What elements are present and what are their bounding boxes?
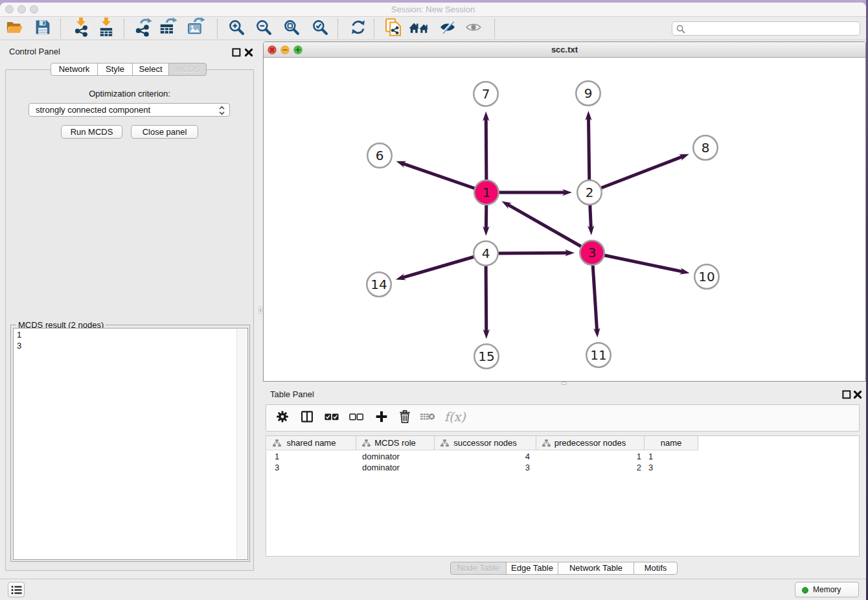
show-graphics-details-icon[interactable] xyxy=(466,22,481,34)
graph-edge-3-10[interactable] xyxy=(592,253,690,275)
app-titlebar: Session: New Session xyxy=(0,3,866,17)
save-session-icon[interactable] xyxy=(34,19,51,38)
column-header-successor-nodes[interactable]: successor nodes xyxy=(435,436,536,450)
criterion-select[interactable]: strongly connected component xyxy=(29,103,230,117)
toolbar-separator xyxy=(124,19,124,38)
unselect-all-icon[interactable] xyxy=(349,412,363,424)
import-network-icon[interactable] xyxy=(73,17,89,40)
graph-node-8[interactable]: 8 xyxy=(693,135,718,160)
graph-node-15[interactable]: 15 xyxy=(474,344,499,369)
search-icon xyxy=(676,25,685,34)
svg-text:3: 3 xyxy=(588,245,597,260)
optimization-criterion-label: Optimization criterion: xyxy=(6,89,253,98)
graph-node-11[interactable]: 11 xyxy=(586,343,611,367)
graph-edge-3-1[interactable] xyxy=(501,201,592,253)
table-tab-motifs[interactable]: Motifs xyxy=(634,562,678,575)
function-builder-button[interactable]: f(x) xyxy=(444,410,466,424)
first-neighbors-icon[interactable] xyxy=(409,20,429,37)
control-tab-network[interactable]: Network xyxy=(51,63,98,76)
toolbar-separator xyxy=(337,19,338,38)
graph-edge-2-8[interactable] xyxy=(589,154,689,192)
graph-edge-1-6[interactable] xyxy=(396,161,486,192)
float-panel-icon[interactable] xyxy=(232,48,241,57)
cell-predecessor_nodes: 1 xyxy=(536,451,641,462)
cell-predecessor_nodes: 2 xyxy=(536,462,641,473)
zoom-fit-icon[interactable] xyxy=(283,19,300,38)
close-panel-button[interactable]: Close panel xyxy=(131,125,198,139)
cell-shared_name: 3 xyxy=(275,462,279,473)
close-table-panel-icon[interactable] xyxy=(853,390,862,399)
table-settings-icon[interactable] xyxy=(277,411,289,426)
graph-node-9[interactable]: 9 xyxy=(576,81,600,106)
select-all-icon[interactable] xyxy=(325,412,339,424)
zoom-selected-icon[interactable] xyxy=(312,19,328,38)
memory-label: Memory xyxy=(813,585,841,594)
graph-node-1[interactable]: 1 xyxy=(474,180,499,205)
column-header-name[interactable]: name xyxy=(645,436,698,450)
refresh-icon[interactable] xyxy=(350,19,366,38)
search-input[interactable] xyxy=(688,23,856,34)
show-panel-button[interactable] xyxy=(8,582,25,597)
open-session-icon[interactable] xyxy=(5,19,23,38)
graph-node-3[interactable]: 3 xyxy=(580,240,604,265)
cell-name: 1 xyxy=(648,451,653,462)
table-toolbar: f(x) xyxy=(266,404,860,432)
graph-edge-4-3[interactable] xyxy=(486,249,575,256)
graph-edge-4-14[interactable] xyxy=(396,253,486,280)
svg-text:2: 2 xyxy=(586,185,594,200)
export-table-icon[interactable] xyxy=(159,17,177,40)
table-tab-edge-table[interactable]: Edge Table xyxy=(506,562,558,575)
cell-mcds_role: dominator xyxy=(362,451,400,462)
float-table-panel-icon[interactable] xyxy=(842,390,851,399)
control-tab-select[interactable]: Select xyxy=(132,63,169,76)
control-panel-tabs: NetworkStyleSelectMCDS xyxy=(51,63,207,76)
zoom-out-icon[interactable] xyxy=(255,19,272,38)
vertical-splitter-grip[interactable] xyxy=(258,306,262,314)
graph-node-6[interactable]: 6 xyxy=(367,143,392,168)
network-window-title: scc.txt xyxy=(264,42,865,57)
cell-shared_name: 1 xyxy=(275,451,279,462)
cell-mcds_role: dominator xyxy=(362,462,400,473)
delete-columns-icon[interactable] xyxy=(420,411,435,425)
table-row[interactable]: 1dominator411 xyxy=(266,451,859,462)
delete-row-icon[interactable] xyxy=(400,410,411,426)
export-network-icon[interactable] xyxy=(135,17,153,40)
graph-node-10[interactable]: 10 xyxy=(694,264,719,289)
table-tab-network-table[interactable]: Network Table xyxy=(558,562,634,575)
result-scrollbar[interactable] xyxy=(236,329,247,559)
network-maximize-button[interactable] xyxy=(293,45,303,54)
search-box[interactable] xyxy=(672,21,860,36)
control-tab-mcds[interactable]: MCDS xyxy=(168,63,207,76)
zoom-in-icon[interactable] xyxy=(228,19,245,38)
column-header-shared-name[interactable]: shared name xyxy=(267,436,356,450)
graph-node-14[interactable]: 14 xyxy=(367,272,391,297)
new-network-from-selection-icon[interactable] xyxy=(385,18,402,39)
control-tab-style[interactable]: Style xyxy=(97,63,133,76)
table-tab-node-table[interactable]: Node Table xyxy=(450,562,507,575)
app-window: Session: New Session xyxy=(0,3,866,600)
mcds-result-list[interactable]: 13 xyxy=(13,328,248,560)
graph-node-2[interactable]: 2 xyxy=(577,180,602,205)
cell-successor_nodes: 3 xyxy=(435,462,530,473)
memory-button[interactable]: Memory xyxy=(795,582,859,597)
control-panel-title: Control Panel xyxy=(9,47,60,56)
hide-panels-icon[interactable] xyxy=(439,20,457,37)
node-table[interactable]: shared name MCDS role successor nodes pr… xyxy=(266,435,860,557)
svg-text:11: 11 xyxy=(590,347,606,363)
network-close-button[interactable] xyxy=(268,45,277,54)
network-minimize-button[interactable] xyxy=(280,45,290,54)
column-header-MCDS-role[interactable]: MCDS role xyxy=(356,436,435,450)
graph-node-4[interactable]: 4 xyxy=(474,241,498,266)
add-row-icon[interactable] xyxy=(375,410,388,426)
import-table-icon[interactable] xyxy=(98,17,114,40)
show-columns-icon[interactable] xyxy=(301,411,314,426)
graph-node-7[interactable]: 7 xyxy=(474,82,498,106)
export-image-icon[interactable] xyxy=(187,17,205,40)
table-row[interactable]: 3dominator323 xyxy=(266,462,859,473)
column-header-predecessor-nodes[interactable]: predecessor nodes xyxy=(536,436,645,450)
network-canvas[interactable]: 1 2 3 4 6 7 8 9 10 11 14 15 xyxy=(264,58,865,381)
run-mcds-button[interactable]: Run MCDS xyxy=(61,125,122,139)
svg-text:6: 6 xyxy=(376,148,384,163)
close-panel-icon[interactable] xyxy=(244,48,253,57)
svg-text:14: 14 xyxy=(371,277,387,292)
